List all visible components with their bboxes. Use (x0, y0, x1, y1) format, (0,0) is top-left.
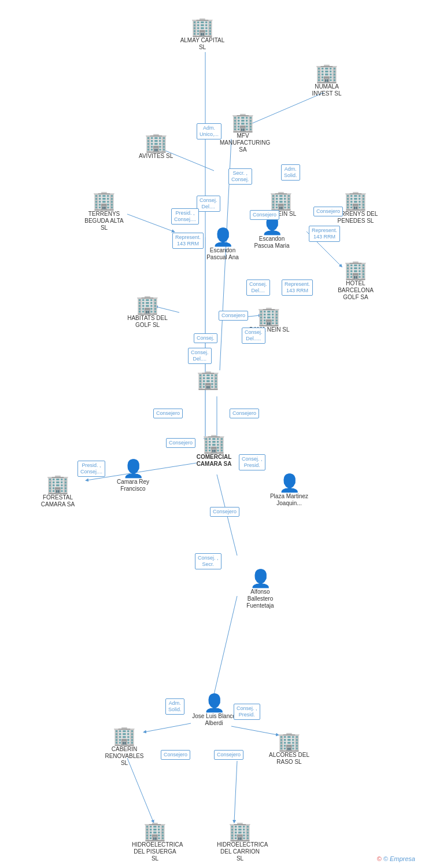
node-alcores-raso[interactable]: 🏢 ALCORES DEL RASO SL (266, 732, 312, 766)
node-hidroelectrica-carrion[interactable]: 🏢 HIDROELECTRICA DEL CARRION SL (217, 822, 263, 862)
building-icon: 🏢 (113, 726, 136, 745)
node-label: AVIVITES SL (139, 153, 173, 160)
node-label: HIDROELECTRICA DEL PISUERGA SL (132, 841, 178, 862)
building-icon: 🏢 (46, 475, 69, 493)
svg-line-5 (127, 214, 173, 231)
building-icon: 🏢 (257, 307, 280, 325)
node-label: HOTEL BARCELONA GOLF SA (333, 280, 379, 301)
node-label: Alfonso Ballestero Fuentetaja (237, 589, 283, 609)
badge-represent-1[interactable]: Represent.143 RRM (172, 233, 204, 249)
badge-adm-unico[interactable]: Adm.Unico,... (197, 123, 221, 139)
node-label: Jose Luis Blanco Alberdi (191, 713, 237, 727)
badge-consej-presid-jose[interactable]: Consej. ,Presid. (234, 704, 260, 720)
building-icon: 🏢 (143, 822, 167, 840)
node-label: Plaza Martinez Joaquin... (266, 493, 312, 507)
building-icon: 🏢 (269, 191, 293, 209)
node-escandon-ana[interactable]: 👤 Escandon Pascual Ana (200, 229, 246, 261)
badge-consejero-left[interactable]: Consejero (153, 409, 183, 418)
person-icon: 👤 (279, 475, 300, 492)
person-icon: 👤 (123, 460, 144, 477)
node-caberin-renovables[interactable]: 🏢 CABERIN RENOVABLES SL (101, 726, 147, 767)
copyright-symbol: © (377, 855, 382, 862)
node-label: TERRENYS BEGUDA ALTA SL (81, 211, 127, 231)
badge-presid-consej[interactable]: Presid. ,Consej.... (171, 208, 199, 225)
node-label: ALMAY CAPITAL SL (179, 37, 226, 51)
building-icon: 🏢 (315, 64, 338, 82)
badge-consejero-alcores[interactable]: Consejero (214, 750, 243, 760)
node-label: Escandon Pascual Ana (200, 247, 246, 261)
node-almay-capital[interactable]: 🏢 ALMAY CAPITAL SL (179, 17, 226, 51)
building-icon: 🏢 (93, 191, 116, 209)
node-central-building: 🏢 (197, 370, 220, 389)
node-jose-luis-blanco[interactable]: 👤 Jose Luis Blanco Alberdi (191, 694, 237, 727)
node-habitats-golf[interactable]: 🏢 HABITATS DEL GOLF SL (124, 295, 171, 329)
building-icon: 🏢 (228, 822, 252, 840)
building-icon: 🏢 (136, 295, 159, 314)
badge-adm-solid-jose[interactable]: Adm.Solid. (165, 698, 184, 715)
svg-line-13 (145, 723, 191, 732)
badge-consej-presid-plaza[interactable]: Consej. ,Presid. (239, 454, 265, 470)
badge-consej-habitats[interactable]: Consej. (194, 333, 217, 343)
building-icon: 🏢 (231, 113, 254, 131)
node-label: Camara Rey Francisco (110, 479, 156, 492)
node-label: NUMALA INVEST SL (304, 83, 350, 97)
node-comercial-camara[interactable]: 🏢 COMERCIAL CAMARA SA (191, 434, 237, 468)
graph-container: 🏢 ALMAY CAPITAL SL 🏢 NUMALA INVEST SL 🏢 … (0, 0, 421, 868)
badge-presid-consej-forestal[interactable]: Presid. ,Consej.... (77, 461, 105, 477)
badge-consej-del-hotel[interactable]: Consej.Del.... (246, 279, 270, 296)
node-label: FORESTAL CAMARA SA (35, 494, 81, 508)
node-forestal-camara[interactable]: 🏢 FORESTAL CAMARA SA (35, 475, 81, 508)
node-label: MFV MANUFACTURING SA (220, 133, 266, 153)
node-label: Escandon Pascua Maria (249, 236, 295, 249)
node-hidroelectrica-pisuerga[interactable]: 🏢 HIDROELECTRICA DEL PISUERGA SL (132, 822, 178, 862)
badge-consejero-center[interactable]: Consejero (166, 438, 195, 448)
badge-represent-penedes[interactable]: Represent.143 RRM (309, 226, 340, 242)
person-icon: 👤 (204, 694, 225, 712)
node-numala-invest[interactable]: 🏢 NUMALA INVEST SL (304, 64, 350, 97)
badge-consej-secr[interactable]: Consej. ,Secr. (195, 553, 221, 569)
badge-consej-del-1[interactable]: Consej.Del.... (197, 196, 220, 212)
node-label-main: COMERCIAL CAMARA SA (191, 454, 237, 468)
node-avivites[interactable]: 🏢 AVIVITES SL (139, 133, 173, 160)
node-hotel-barcelona[interactable]: 🏢 HOTEL BARCELONA GOLF SA (333, 260, 379, 301)
person-icon: 👤 (212, 229, 234, 246)
badge-adm-solid-esnein[interactable]: Adm.Solid. (281, 164, 300, 181)
node-mfv-manufacturing[interactable]: 🏢 MFV MANUFACTURING SA (220, 113, 266, 153)
building-icon: 🏢 (191, 17, 214, 36)
person-icon: 👤 (250, 570, 271, 587)
badge-consejero-caberin[interactable]: Consejero (161, 750, 190, 760)
node-escandon-maria[interactable]: 👤 Escandon Pascua Maria (249, 217, 295, 249)
badge-consejero-maria[interactable]: Consejero (250, 210, 279, 220)
node-label: HIDROELECTRICA DEL CARRION SL (217, 841, 263, 862)
node-camara-rey[interactable]: 👤 Camara Rey Francisco (110, 460, 156, 492)
building-icon: 🏢 (344, 260, 367, 279)
node-label: ALCORES DEL RASO SL (266, 752, 312, 766)
badge-secr-consej-1[interactable]: Secr. ,Consej. (228, 168, 252, 185)
svg-line-15 (127, 758, 153, 822)
building-icon-red: 🏢 (202, 434, 226, 453)
badge-consej-del-habitats[interactable]: Consej.Del.... (188, 348, 212, 364)
badge-represent-hotel[interactable]: Represent.143 RRM (282, 279, 313, 296)
badge-consejero-alfonso[interactable]: Consejero (210, 507, 239, 517)
badge-consejero-right[interactable]: Consejero (230, 409, 259, 418)
node-terrenys-beguda[interactable]: 🏢 TERRENYS BEGUDA ALTA SL (81, 191, 127, 231)
badge-consejero-penedes[interactable]: Consejero (313, 207, 343, 216)
svg-line-12 (214, 596, 237, 694)
building-icon: 🏢 (145, 133, 168, 152)
node-alfonso-ballestero[interactable]: 👤 Alfonso Ballestero Fuentetaja (237, 570, 283, 609)
building-icon: 🏢 (278, 732, 301, 751)
node-plaza-martinez[interactable]: 👤 Plaza Martinez Joaquin... (266, 475, 312, 507)
svg-line-16 (234, 761, 237, 822)
copyright: © © Empresa (377, 855, 415, 862)
building-icon: 🏢 (197, 370, 220, 389)
badge-consej-del-gama[interactable]: Consej.Del..... (242, 328, 265, 344)
building-icon: 🏢 (344, 191, 367, 209)
copyright-company: © Empresa (383, 855, 415, 862)
node-label: HABITATS DEL GOLF SL (124, 315, 171, 329)
badge-consejero-gama[interactable]: Consejero (219, 311, 248, 321)
node-label: CABERIN RENOVABLES SL (101, 746, 147, 767)
